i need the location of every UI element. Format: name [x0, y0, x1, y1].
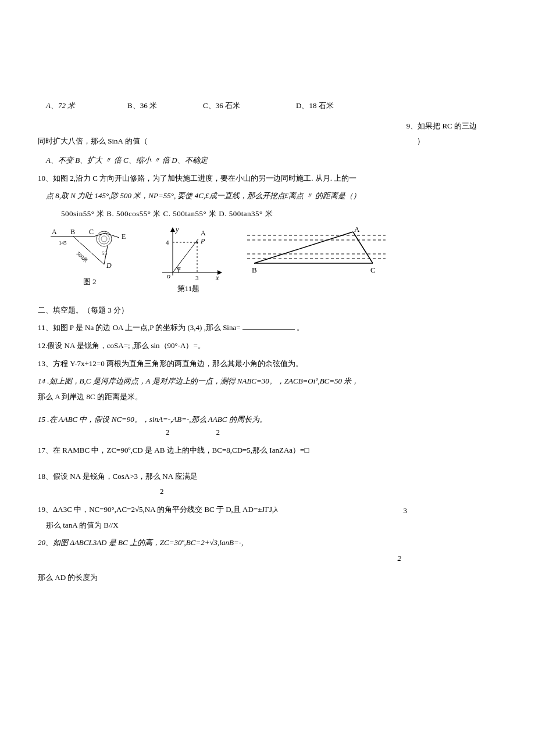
q11-y: y	[175, 226, 179, 234]
q11-P: P	[200, 237, 205, 245]
q12: 12.假设 NA 是锐角，coSA=; ,那么 sin（90°-A）=。	[38, 341, 205, 350]
fig2-caption: 图 2	[83, 275, 97, 289]
q11-blank	[242, 322, 295, 330]
q11-caption: 第11题	[177, 282, 200, 296]
q15-l1: 15 .在 AABC 中，假设 NC=90。，sinA=-,AB=-,那么 AA…	[38, 415, 267, 424]
q11-three: 3	[195, 274, 199, 281]
q10-l1: 10、如图 2,沿力 C 方向开山修路，为了加快施工进度，要在小山的另一边同时施…	[38, 174, 356, 182]
svg-line-4	[73, 237, 104, 264]
svg-line-10	[173, 239, 198, 273]
q10-l2: 点 8,取 N 力吐 145°,陟 500 米，NP=55°, 要使 4C,£成…	[46, 191, 361, 200]
river-B: B	[252, 266, 257, 274]
q9-lead: 9、如果把 RC 的三边	[406, 119, 477, 134]
q9-line2: 同时扩大八倍，那么 SinA 的值（	[38, 134, 148, 149]
q18-l1: 18、假设 NA 是锐角，CosA>3，那么 NA 应满足	[38, 472, 198, 481]
svg-point-13	[196, 241, 198, 243]
q11-A: A	[201, 229, 206, 237]
q20-frac: 2	[398, 554, 402, 562]
section2-header: 二、填空题。（每题 3 分）	[38, 306, 129, 314]
svg-point-2	[99, 234, 109, 244]
q14-l2: 那么 A 到岸边 8C 的距离是米。	[38, 392, 142, 401]
q19-l1: 19、ΔA3C 中，NC=90°,ΛC=2√5,NA 的角平分线交 BC 于 D…	[38, 505, 278, 514]
fig2-label-b: B	[70, 228, 75, 236]
fig2-angle-145: 145	[59, 240, 67, 246]
q11-alpha: α	[177, 264, 181, 271]
q19-rnum: 3	[404, 504, 408, 518]
q14-l1: 14 .如上图，B,C 是河岸边两点，A 是对岸边上的一点，测得 NABC=30…	[38, 377, 359, 385]
q8-opt-c: C、36 石米	[203, 99, 296, 113]
q8-opt-d: D、18 石米	[296, 99, 334, 113]
figure-q11: y A P 4 o α 3 x 第11题	[151, 226, 226, 296]
fig2-label-d: D	[106, 261, 112, 270]
q11-x: x	[215, 274, 219, 282]
q8-opt-a: A、72 米	[46, 99, 127, 113]
q20-l2: 那么 AD 的长度为	[38, 573, 98, 582]
q11-four: 4	[166, 239, 169, 246]
fig2-ang55: 55	[102, 250, 108, 256]
figure-2: A B C E 145 500米 55 D 图 2	[46, 226, 133, 289]
q17: 17、在 RAMBC 中，ZC=90º,CD 是 AB 边上的中线，BC=8,C…	[38, 446, 309, 454]
figure-river: A B C	[244, 226, 389, 281]
q20-l1: 20、如图 ΔABCL3AD 是 BC 上的高，ZC=30º,BC=2+√3,l…	[38, 538, 243, 547]
river-A: A	[354, 226, 360, 234]
fig2-label-e: E	[122, 232, 126, 241]
q19-l2: 那么 tanA 的值为 B//X	[46, 521, 119, 529]
svg-point-3	[101, 236, 107, 242]
q8-opt-b: B、36 米	[127, 99, 203, 113]
q11-text-a: 11、如图 P 是 Na 的边 OA 上一点,P 的坐标为 (3,4) ,那么 …	[38, 323, 241, 332]
fig2-len: 500米	[76, 250, 89, 263]
svg-marker-7	[170, 227, 175, 232]
q9-opts: A、不变 B、扩大 〃 倍 C、缩小 〃 倍 D、不确定	[46, 156, 208, 164]
fig2-label-c: C	[89, 228, 94, 236]
q11-text-b: 。	[297, 323, 304, 332]
river-C: C	[370, 266, 376, 274]
q15-frac-b: 2	[216, 425, 220, 440]
q9-paren-close: ）	[417, 134, 494, 149]
q11-O: o	[167, 272, 170, 280]
q18-frac: 2	[160, 487, 164, 496]
q10-choices: 500sin55° 米 B. 500cos55° 米 C. 500tan55° …	[61, 209, 273, 218]
q13: 13、方程 Y-7x+12=0 两根为直角三角形的两直角边，那么其最小角的余弦值…	[38, 359, 303, 368]
fig2-label-a: A	[52, 228, 57, 236]
q15-frac-a: 2	[166, 425, 170, 440]
